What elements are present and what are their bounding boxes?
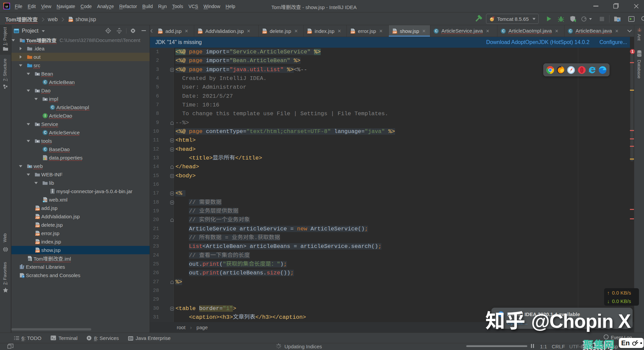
svg-text:IJ: IJ <box>6 5 8 8</box>
